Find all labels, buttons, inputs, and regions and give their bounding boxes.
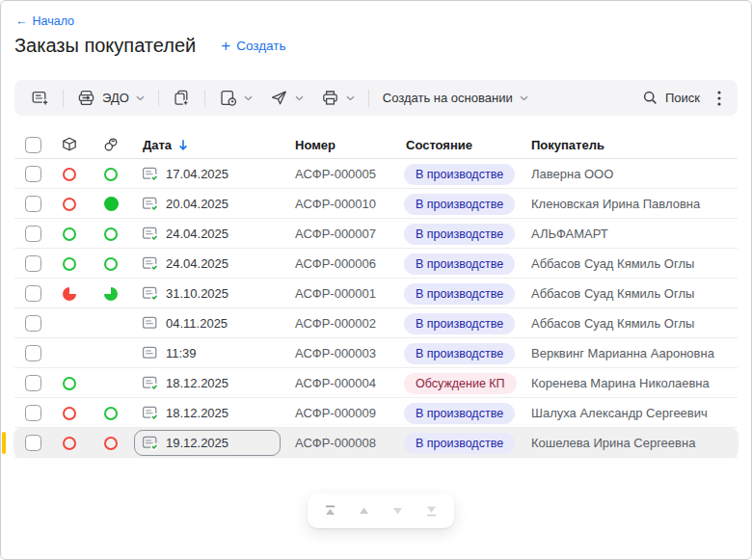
edo-menu-button[interactable]: ЭДО xyxy=(68,85,153,112)
shipment-status-icon xyxy=(63,377,76,390)
buyer-cell[interactable]: Кленовская Ирина Павловна xyxy=(529,197,738,211)
row-checkbox[interactable] xyxy=(25,226,41,242)
date-cell[interactable]: 04.11.2025 xyxy=(134,310,281,336)
number-cell[interactable]: АСФР-000006 xyxy=(293,256,404,271)
column-header-shipment[interactable] xyxy=(51,136,88,153)
postpone-document-button[interactable] xyxy=(210,85,261,112)
table-row[interactable]: 20.04.2025 АСФР-000010 В производстве Кл… xyxy=(1,189,751,219)
buyer-cell[interactable]: Коренева Марина Николаевна xyxy=(529,376,738,390)
document-icon xyxy=(142,285,159,302)
row-checkbox[interactable] xyxy=(25,345,41,361)
number-cell[interactable]: АСФР-000004 xyxy=(293,376,404,390)
buyer-cell[interactable]: Лаверна ООО xyxy=(529,167,738,181)
go-next-icon xyxy=(391,505,404,517)
payment-status-icon xyxy=(104,168,118,181)
kebab-menu-icon xyxy=(717,91,721,106)
date-text: 11:39 xyxy=(166,346,197,360)
column-header-date[interactable]: Дата xyxy=(134,138,293,152)
go-previous-button[interactable] xyxy=(352,498,377,523)
shipment-status-icon xyxy=(63,407,76,420)
row-checkbox[interactable] xyxy=(25,375,41,391)
column-header-number[interactable]: Номер xyxy=(293,138,404,152)
go-first-button[interactable] xyxy=(318,498,343,523)
row-checkbox[interactable] xyxy=(25,315,41,332)
more-menu-button[interactable] xyxy=(709,85,730,112)
payment-status-icon xyxy=(104,287,118,301)
back-link[interactable]: ← Начало xyxy=(15,14,74,28)
date-cell[interactable]: 20.04.2025 xyxy=(134,191,281,217)
column-header-state[interactable]: Состояние xyxy=(404,138,529,152)
number-cell[interactable]: АСФР-000003 xyxy=(293,346,404,360)
toolbar-separator xyxy=(158,90,159,107)
go-last-icon xyxy=(425,505,438,517)
number-cell[interactable]: АСФР-000008 xyxy=(293,436,404,450)
state-badge: В производстве xyxy=(404,403,515,424)
table-row[interactable]: 11:39 АСФР-000003 В производстве Верквин… xyxy=(1,338,751,368)
document-icon xyxy=(142,435,159,451)
create-button[interactable]: + Создать xyxy=(221,38,285,54)
column-header-buyer[interactable]: Покупатель xyxy=(529,138,738,152)
table-row[interactable]: 18.12.2025 АСФР-000004 Обсуждение КП Кор… xyxy=(1,368,751,398)
date-cell[interactable]: 24.04.2025 xyxy=(134,251,281,277)
back-arrow-icon: ← xyxy=(15,14,28,28)
table-row[interactable]: 24.04.2025 АСФР-000006 В производстве Аб… xyxy=(1,249,751,279)
new-document-button[interactable] xyxy=(22,85,58,112)
table-row[interactable]: 31.10.2025 АСФР-000001 В производстве Аб… xyxy=(1,279,751,308)
row-checkbox[interactable] xyxy=(25,405,41,421)
copy-button[interactable] xyxy=(164,85,200,112)
posted-check-icon xyxy=(150,204,158,212)
number-cell[interactable]: АСФР-000002 xyxy=(293,316,404,331)
number-cell[interactable]: АСФР-000010 xyxy=(293,197,404,211)
coins-icon xyxy=(102,136,120,153)
column-header-payment[interactable] xyxy=(88,136,134,153)
send-button[interactable] xyxy=(261,85,312,112)
toolbar: ЭДО xyxy=(14,80,738,116)
date-text: 20.04.2025 xyxy=(166,197,228,211)
buyer-cell[interactable]: Аббасов Суад Кямиль Оглы xyxy=(529,316,738,331)
state-badge: В производстве xyxy=(404,194,515,215)
toolbar-separator xyxy=(63,90,64,107)
toolbar-separator xyxy=(368,90,369,107)
buyer-cell[interactable]: Аббасов Суад Кямиль Оглы xyxy=(529,256,738,271)
create-based-on-button[interactable]: Создать на основании xyxy=(374,85,537,112)
date-cell[interactable]: 18.12.2025 xyxy=(134,400,281,426)
row-checkbox[interactable] xyxy=(25,196,41,212)
select-all-checkbox[interactable] xyxy=(25,137,41,153)
buyer-cell[interactable]: Аббасов Суад Кямиль Оглы xyxy=(529,286,738,301)
number-cell[interactable]: АСФР-000005 xyxy=(293,167,404,181)
print-button[interactable] xyxy=(312,85,363,112)
go-next-button[interactable] xyxy=(386,498,411,523)
buyer-cell[interactable]: Верквинг Марианна Аароновна xyxy=(529,346,738,360)
table-row[interactable]: 24.04.2025 АСФР-000007 В производстве АЛ… xyxy=(1,219,751,249)
row-checkbox[interactable] xyxy=(25,255,41,272)
go-last-button[interactable] xyxy=(419,498,444,523)
date-cell[interactable]: 19.12.2025 xyxy=(134,430,281,456)
table-row[interactable]: 17.04.2025 АСФР-000005 В производстве Ла… xyxy=(1,159,751,189)
date-text: 24.04.2025 xyxy=(166,256,228,271)
buyer-cell[interactable]: Кошелева Ирина Сергеевна xyxy=(529,436,738,450)
state-badge: В производстве xyxy=(404,433,515,454)
table-row[interactable]: 18.12.2025 АСФР-000009 В производстве Ша… xyxy=(1,398,751,428)
table-row[interactable]: 04.11.2025 АСФР-000002 В производстве Аб… xyxy=(1,308,751,338)
date-cell[interactable]: 18.12.2025 xyxy=(134,370,281,396)
row-checkbox[interactable] xyxy=(25,435,41,451)
number-cell[interactable]: АСФР-000009 xyxy=(293,406,404,420)
date-text: 31.10.2025 xyxy=(166,286,228,301)
date-cell[interactable]: 17.04.2025 xyxy=(134,161,281,187)
date-cell[interactable]: 24.04.2025 xyxy=(134,221,281,247)
date-text: 17.04.2025 xyxy=(166,167,228,181)
number-cell[interactable]: АСФР-000001 xyxy=(293,286,404,301)
search-button[interactable]: Поиск xyxy=(633,85,709,112)
date-cell[interactable]: 31.10.2025 xyxy=(134,280,281,307)
row-checkbox[interactable] xyxy=(25,166,41,182)
search-icon xyxy=(642,90,658,106)
date-text: 04.11.2025 xyxy=(166,316,228,331)
row-checkbox[interactable] xyxy=(25,285,41,302)
table-row[interactable]: 19.12.2025 АСФР-000008 В производстве Ко… xyxy=(1,428,751,458)
number-cell[interactable]: АСФР-000007 xyxy=(293,227,404,241)
posted-check-icon xyxy=(150,264,158,272)
edo-label: ЭДО xyxy=(102,91,129,105)
buyer-cell[interactable]: Шалуха Александр Сергеевич xyxy=(529,406,738,420)
buyer-cell[interactable]: АЛЬФАМАРТ xyxy=(529,227,738,241)
date-cell[interactable]: 11:39 xyxy=(134,340,281,366)
